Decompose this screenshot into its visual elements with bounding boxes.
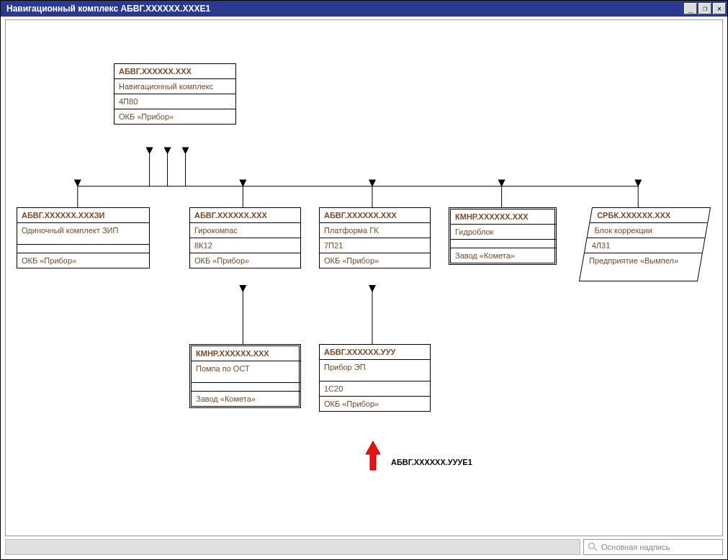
node-num <box>449 240 557 248</box>
node-code: СРБК.ХХХХХХ.ХХХ <box>590 208 710 222</box>
app-window: Навигационный комплекс АБВГ.ХХХХХХ.ХХХЕ1… <box>0 0 728 560</box>
node-desc: Прибор ЭП <box>319 360 431 381</box>
node-num: 4Л31 <box>585 238 705 253</box>
minimize-button[interactable]: _ <box>684 3 697 14</box>
maximize-button[interactable]: ❐ <box>698 3 711 14</box>
node-desc: Навигационный комплекс <box>114 79 236 94</box>
pointer-label: АБВГ.ХХХХХХ.УУУЕ1 <box>391 458 472 466</box>
node-pump[interactable]: КМНР.ХХХХХХ.ХХХ Помпа по ОСТ Завод «Коме… <box>189 344 301 408</box>
node-root[interactable]: АБВГ.ХХХХХХ.ХХХ Навигационный комплекс 4… <box>114 63 236 125</box>
node-code: АБВГ.ХХХХХХ.ХХХ <box>319 207 431 223</box>
node-desc: Гирокомпас <box>189 223 301 238</box>
node-code: АБВГ.ХХХХХХ.ХХХЗИ <box>17 207 150 223</box>
node-desc: Платформа ГК <box>319 223 431 238</box>
diagram-canvas[interactable]: АБВГ.ХХХХХХ.ХХХ Навигационный комплекс 4… <box>5 19 723 536</box>
window-controls: _ ❐ ✕ <box>684 3 726 14</box>
node-maker: ОКБ «Прибор» <box>319 253 431 268</box>
titlebar: Навигационный комплекс АБВГ.ХХХХХХ.ХХХЕ1… <box>1 1 727 17</box>
node-zip[interactable]: АБВГ.ХХХХХХ.ХХХЗИ Одиночный комплект ЗИП… <box>17 207 150 268</box>
close-button[interactable]: ✕ <box>713 3 726 14</box>
statusbar-search[interactable]: Основная надпись <box>583 539 723 555</box>
node-desc: Одиночный комплект ЗИП <box>17 223 150 245</box>
node-maker: Завод «Комета» <box>189 392 301 408</box>
node-device[interactable]: АБВГ.ХХХХХХ.УУУ Прибор ЭП 1С20 ОКБ «Приб… <box>319 344 431 412</box>
node-maker: Завод «Комета» <box>449 248 557 265</box>
node-maker: ОКБ «Прибор» <box>17 253 150 268</box>
node-desc: Помпа по ОСТ <box>189 361 301 383</box>
window-title: Навигационный комплекс АБВГ.ХХХХХХ.ХХХЕ1 <box>6 4 210 14</box>
node-maker: Предприятие «Вымпел» <box>580 253 702 281</box>
node-code: АБВГ.ХХХХХХ.ХХХ <box>114 63 236 79</box>
node-gyro[interactable]: АБВГ.ХХХХХХ.ХХХ Гирокомпас 8К12 ОКБ «При… <box>189 207 301 268</box>
node-platform[interactable]: АБВГ.ХХХХХХ.ХХХ Платформа ГК 7П21 ОКБ «П… <box>319 207 431 268</box>
node-desc: Гидроблок <box>449 225 557 240</box>
node-num: 1С20 <box>319 381 431 397</box>
node-maker: ОКБ «Прибор» <box>189 253 301 268</box>
node-num: 4П80 <box>114 94 236 109</box>
statusbar-spacer <box>5 539 580 555</box>
svg-marker-11 <box>366 441 380 470</box>
pointer-arrow-icon <box>362 441 384 474</box>
node-num <box>17 245 150 253</box>
node-maker: ОКБ «Прибор» <box>319 397 431 412</box>
node-code: АБВГ.ХХХХХХ.УУУ <box>319 344 431 360</box>
node-code: КМНР.ХХХХХХ.ХХХ <box>449 207 557 225</box>
node-code: АБВГ.ХХХХХХ.ХХХ <box>189 207 301 223</box>
node-code: КМНР.ХХХХХХ.ХХХ <box>189 344 301 361</box>
search-icon <box>588 543 597 551</box>
node-desc: Блок коррекции <box>588 222 708 238</box>
node-num: 8К12 <box>189 238 301 253</box>
node-hydro[interactable]: КМНР.ХХХХХХ.ХХХ Гидроблок Завод «Комета» <box>449 207 557 265</box>
statusbar: Основная надпись <box>5 539 723 555</box>
node-maker: ОКБ «Прибор» <box>114 109 236 125</box>
node-corr[interactable]: СРБК.ХХХХХХ.ХХХ Блок коррекции 4Л31 Пред… <box>585 207 704 281</box>
node-num: 7П21 <box>319 238 431 253</box>
statusbar-search-label: Основная надпись <box>601 543 670 551</box>
node-num <box>189 383 301 392</box>
